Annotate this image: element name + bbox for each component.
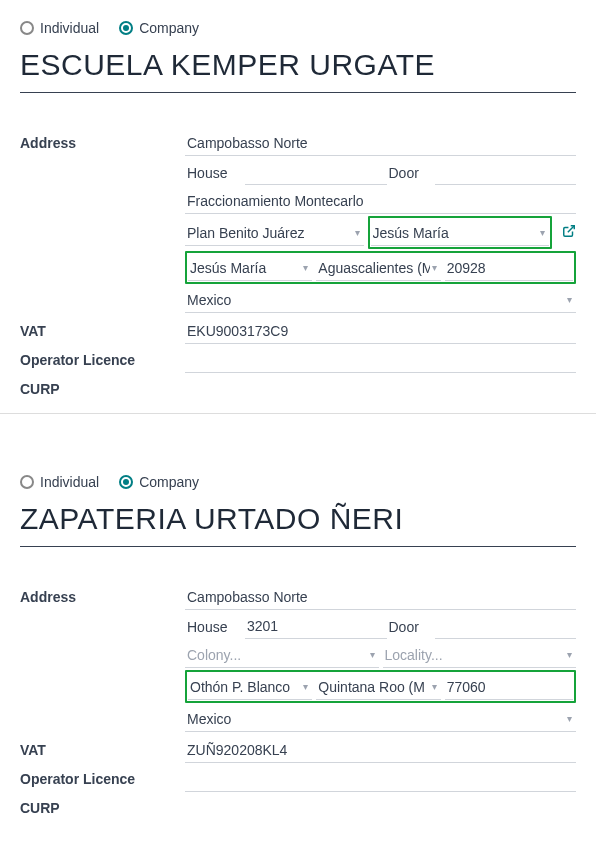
house-label: House xyxy=(185,159,245,185)
operator-licence-row: Operator Licence xyxy=(20,346,576,373)
operator-licence-label: Operator Licence xyxy=(20,346,185,368)
radio-icon-checked xyxy=(119,475,133,489)
operator-licence-row: Operator Licence xyxy=(20,765,576,792)
chevron-down-icon: ▾ xyxy=(567,294,576,305)
house-input[interactable] xyxy=(245,612,387,639)
locality-select[interactable] xyxy=(383,641,568,667)
chevron-down-icon: ▾ xyxy=(303,262,312,273)
house-input[interactable] xyxy=(245,158,387,185)
curp-row: CURP xyxy=(20,375,576,401)
curp-label: CURP xyxy=(20,375,185,397)
radio-icon xyxy=(20,475,34,489)
radio-company-label: Company xyxy=(139,474,199,490)
chevron-down-icon: ▾ xyxy=(567,649,576,660)
vat-label: VAT xyxy=(20,317,185,339)
chevron-down-icon: ▾ xyxy=(303,681,312,692)
radio-individual-label: Individual xyxy=(40,474,99,490)
door-label: Door xyxy=(387,159,435,185)
highlight-city-state-zip: ▾ ▾ xyxy=(185,670,576,703)
colony-select[interactable] xyxy=(185,219,355,245)
radio-icon xyxy=(20,21,34,35)
vat-row: VAT xyxy=(20,317,576,344)
chevron-down-icon: ▾ xyxy=(540,227,549,238)
door-label: Door xyxy=(387,613,435,639)
colony-select[interactable] xyxy=(185,641,370,667)
highlight-locality: ▾ xyxy=(368,216,553,249)
vat-row: VAT xyxy=(20,736,576,763)
contact-type-radios: Individual Company xyxy=(20,20,576,36)
chevron-down-icon: ▾ xyxy=(432,681,441,692)
address-row: Address House Door ▾ ▾ xyxy=(20,583,576,734)
chevron-down-icon: ▾ xyxy=(432,262,441,273)
contact-form-2: Individual Company ZAPATERIA URTADO ÑERI… xyxy=(0,454,596,832)
vat-input[interactable] xyxy=(185,736,576,763)
contact-type-radios: Individual Company xyxy=(20,474,576,490)
state-select[interactable] xyxy=(316,673,431,699)
operator-licence-label: Operator Licence xyxy=(20,765,185,787)
svg-line-0 xyxy=(568,226,574,232)
vat-label: VAT xyxy=(20,736,185,758)
zip-input[interactable] xyxy=(445,673,573,700)
curp-input[interactable] xyxy=(185,375,576,401)
highlight-city-state-zip: ▾ ▾ xyxy=(185,251,576,284)
country-select[interactable] xyxy=(185,705,567,731)
contact-name[interactable]: ZAPATERIA URTADO ÑERI xyxy=(20,498,576,547)
external-link-icon[interactable] xyxy=(562,224,576,241)
curp-input[interactable] xyxy=(185,794,576,820)
locality-select[interactable] xyxy=(371,219,541,245)
street2-input[interactable] xyxy=(185,187,576,214)
radio-company-label: Company xyxy=(139,20,199,36)
curp-label: CURP xyxy=(20,794,185,816)
door-input[interactable] xyxy=(435,612,577,639)
city-select[interactable] xyxy=(188,254,303,280)
radio-company[interactable]: Company xyxy=(119,20,199,36)
address-label: Address xyxy=(20,129,185,151)
contact-name[interactable]: ESCUELA KEMPER URGATE xyxy=(20,44,576,93)
contact-form-1: Individual Company ESCUELA KEMPER URGATE… xyxy=(0,0,596,414)
street-input[interactable] xyxy=(185,129,576,156)
radio-company[interactable]: Company xyxy=(119,474,199,490)
curp-row: CURP xyxy=(20,794,576,820)
street-input[interactable] xyxy=(185,583,576,610)
chevron-down-icon: ▾ xyxy=(370,649,379,660)
chevron-down-icon: ▾ xyxy=(567,713,576,724)
state-select[interactable] xyxy=(316,254,431,280)
radio-individual[interactable]: Individual xyxy=(20,20,99,36)
city-select[interactable] xyxy=(188,673,303,699)
door-input[interactable] xyxy=(435,158,577,185)
radio-individual[interactable]: Individual xyxy=(20,474,99,490)
zip-input[interactable] xyxy=(445,254,573,281)
address-label: Address xyxy=(20,583,185,605)
operator-licence-input[interactable] xyxy=(185,765,576,792)
country-select[interactable] xyxy=(185,286,567,312)
address-row: Address House Door ▾ xyxy=(20,129,576,315)
radio-icon-checked xyxy=(119,21,133,35)
chevron-down-icon: ▾ xyxy=(355,227,364,238)
radio-individual-label: Individual xyxy=(40,20,99,36)
vat-input[interactable] xyxy=(185,317,576,344)
house-label: House xyxy=(185,613,245,639)
operator-licence-input[interactable] xyxy=(185,346,576,373)
